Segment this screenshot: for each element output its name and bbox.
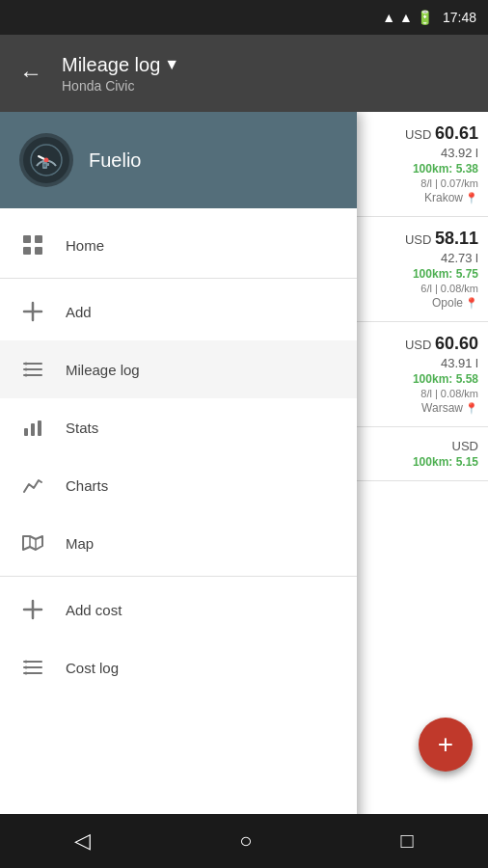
- fuel-rate: 8/l | 0.07/km: [363, 177, 478, 189]
- app-bar-title: Mileage log ▼ Honda Civic: [62, 54, 473, 94]
- svg-rect-19: [31, 423, 35, 436]
- status-time: 17:48: [443, 10, 476, 25]
- sidebar-item-stats[interactable]: Stats: [0, 398, 357, 456]
- status-icons: ▲ ▲ 🔋 17:48: [382, 10, 476, 25]
- location-pin-icon: 📍: [465, 192, 478, 204]
- app-bar-title-text: Mileage log: [62, 54, 160, 76]
- back-nav-button[interactable]: ◁: [55, 821, 110, 861]
- fuel-location: Warsaw 📍: [363, 401, 478, 415]
- home-nav-button[interactable]: ○: [220, 821, 271, 861]
- fuel-consumption: 100km: 5.38: [363, 162, 478, 176]
- status-bar: ▲ ▲ 🔋 17:48: [0, 0, 488, 35]
- sidebar-item-add-cost-label: Add cost: [66, 602, 122, 618]
- line-chart-icon: [19, 472, 46, 499]
- fuel-entry: USD 100km: 5.15: [353, 427, 488, 481]
- fuel-entry: USD 60.60 43.91 l 100km: 5.58 8/l | 0.08…: [353, 322, 488, 427]
- fuel-volume: 43.92 l: [363, 146, 478, 160]
- location-pin-icon: 📍: [465, 297, 478, 310]
- svg-rect-9: [35, 247, 42, 255]
- recent-nav-button[interactable]: □: [382, 821, 433, 861]
- cost-list-icon: [19, 654, 46, 681]
- sidebar-item-cost-log[interactable]: Cost log: [0, 638, 357, 696]
- drawer-divider-2: [0, 576, 357, 577]
- dropdown-arrow-icon[interactable]: ▼: [164, 56, 179, 73]
- signal-icon: ▲: [399, 10, 413, 25]
- drawer-menu: Home Add Mileage log: [0, 208, 357, 868]
- svg-rect-7: [35, 235, 42, 243]
- sidebar-item-cost-log-label: Cost log: [66, 660, 119, 676]
- location-name: Opole: [432, 296, 463, 310]
- svg-rect-6: [23, 235, 31, 243]
- fuel-entry-price: USD 60.61: [363, 123, 478, 144]
- sidebar-item-home-label: Home: [66, 237, 104, 254]
- sidebar-item-add[interactable]: Add: [0, 283, 357, 340]
- fuel-amount: 58.11: [435, 229, 478, 248]
- add-cost-plus-icon: [19, 596, 46, 623]
- svg-rect-5: [43, 164, 46, 167]
- fuel-volume: 42.73 l: [363, 251, 478, 265]
- fuel-currency: USD: [405, 127, 435, 142]
- app-bar-subtitle: Honda Civic: [62, 78, 473, 94]
- fuel-entry: USD 58.11 42.73 l 100km: 5.75 6/l | 0.08…: [353, 217, 488, 322]
- grid-icon: [19, 231, 46, 258]
- fuel-amount: 60.61: [435, 123, 478, 143]
- drawer-logo-inner: [23, 137, 69, 183]
- svg-point-15: [25, 363, 28, 366]
- fuel-entry: USD 60.61 43.92 l 100km: 5.38 8/l | 0.07…: [353, 112, 488, 217]
- fuel-rate: 6/l | 0.08/km: [363, 283, 478, 294]
- svg-point-2: [44, 158, 49, 163]
- fuel-entry-price: USD 60.60: [363, 334, 478, 354]
- drawer-logo: [19, 133, 73, 187]
- drawer-header: Fuelio: [0, 112, 357, 208]
- list-icon: [19, 356, 46, 383]
- drawer-divider: [0, 278, 357, 279]
- fuel-currency: USD: [405, 232, 435, 247]
- sidebar-item-charts[interactable]: Charts: [0, 456, 357, 514]
- bar-chart-icon: [19, 414, 46, 441]
- svg-rect-8: [23, 247, 31, 255]
- sidebar-item-home[interactable]: Home: [0, 216, 357, 274]
- plus-icon: [19, 298, 46, 325]
- location-name: Warsaw: [421, 401, 463, 415]
- fuelio-gauge-icon: [29, 143, 64, 177]
- fuel-amount: 60.60: [435, 334, 478, 353]
- sidebar-item-add-label: Add: [66, 304, 92, 320]
- fuel-consumption: 100km: 5.75: [363, 267, 478, 281]
- fuel-consumption: 100km: 5.58: [363, 372, 478, 386]
- sidebar-item-charts-label: Charts: [66, 477, 108, 494]
- svg-point-29: [25, 661, 28, 664]
- fuel-volume: 43.91 l: [363, 356, 478, 370]
- wifi-icon: ▲: [382, 10, 395, 25]
- svg-point-30: [25, 666, 28, 669]
- sidebar-item-add-cost[interactable]: Add cost: [0, 581, 357, 638]
- sidebar-item-stats-label: Stats: [66, 420, 98, 436]
- back-button[interactable]: ←: [15, 56, 46, 91]
- location-pin-icon: 📍: [465, 402, 478, 415]
- main-content: USD 60.61 43.92 l 100km: 5.38 8/l | 0.07…: [0, 112, 488, 868]
- fuel-currency: USD: [405, 338, 435, 352]
- svg-rect-4: [47, 163, 49, 166]
- fuel-location: Krakow 📍: [363, 191, 478, 204]
- fuel-location: Opole 📍: [363, 296, 478, 310]
- svg-point-16: [25, 368, 28, 371]
- map-icon: [19, 529, 46, 556]
- svg-point-31: [25, 672, 28, 675]
- sidebar-item-map-label: Map: [66, 535, 94, 552]
- app-bar-title-main: Mileage log ▼: [62, 54, 473, 76]
- bottom-bar: ◁ ○ □: [0, 814, 488, 868]
- app-bar: ← Mileage log ▼ Honda Civic: [0, 35, 488, 112]
- fab-button[interactable]: +: [419, 718, 473, 772]
- fuel-entry-price: USD 58.11: [363, 229, 478, 249]
- fuel-currency: USD: [452, 439, 478, 453]
- svg-rect-18: [24, 428, 28, 436]
- navigation-drawer: Fuelio Home Add: [0, 112, 357, 868]
- sidebar-item-mileage-log-label: Mileage log: [66, 362, 140, 378]
- location-name: Krakow: [424, 191, 463, 204]
- svg-rect-20: [38, 420, 41, 436]
- fuel-entry-price: USD: [363, 439, 478, 453]
- fuel-rate: 8/l | 0.08/km: [363, 388, 478, 399]
- drawer-app-name: Fuelio: [89, 149, 141, 172]
- sidebar-item-map[interactable]: Map: [0, 514, 357, 572]
- battery-icon: 🔋: [417, 10, 433, 25]
- sidebar-item-mileage-log[interactable]: Mileage log: [0, 340, 357, 398]
